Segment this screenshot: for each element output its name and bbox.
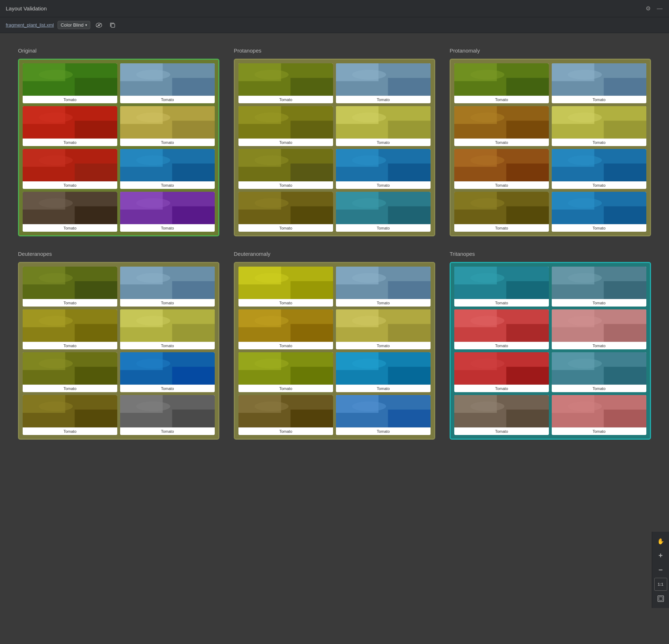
image-label: Tomato bbox=[23, 427, 117, 435]
image-thumbnail bbox=[552, 395, 646, 427]
svg-rect-142 bbox=[291, 324, 333, 342]
svg-point-63 bbox=[255, 198, 289, 208]
svg-point-35 bbox=[136, 198, 170, 208]
list-item[interactable]: Tomato bbox=[120, 106, 215, 146]
image-label: Tomato bbox=[238, 385, 333, 392]
svg-point-139 bbox=[352, 273, 386, 283]
list-item[interactable]: Tomato bbox=[552, 63, 646, 103]
card-container-deuteranopes: Tomato Tomato Tomato Tomato Tomato Tomat bbox=[18, 262, 219, 440]
list-item[interactable]: Tomato bbox=[120, 309, 215, 349]
list-item[interactable]: Tomato bbox=[336, 267, 431, 307]
image-label: Tomato bbox=[120, 299, 215, 307]
svg-point-87 bbox=[470, 155, 505, 165]
list-item[interactable]: Tomato bbox=[23, 192, 117, 232]
list-item[interactable]: Tomato bbox=[120, 352, 215, 392]
image-thumbnail bbox=[23, 149, 117, 181]
svg-point-71 bbox=[470, 70, 505, 80]
list-item[interactable]: Tomato bbox=[336, 192, 431, 232]
list-item[interactable]: Tomato bbox=[23, 63, 117, 103]
hand-tool-btn[interactable]: ✋ bbox=[654, 535, 667, 548]
svg-rect-86 bbox=[506, 164, 549, 182]
svg-point-191 bbox=[470, 402, 505, 411]
image-label: Tomato bbox=[120, 224, 215, 232]
svg-point-123 bbox=[136, 359, 170, 368]
settings-icon[interactable]: ⚙ bbox=[645, 5, 652, 12]
list-item[interactable]: Tomato bbox=[238, 106, 333, 146]
list-item[interactable]: Tomato bbox=[454, 352, 549, 392]
image-label: Tomato bbox=[454, 385, 549, 392]
svg-rect-186 bbox=[604, 367, 646, 385]
list-item[interactable]: Tomato bbox=[336, 309, 431, 349]
svg-point-19 bbox=[136, 113, 170, 122]
panel-original: Original Tomato Tomato Tomato Tomato Tom bbox=[18, 47, 219, 236]
list-item[interactable]: Tomato bbox=[120, 267, 215, 307]
svg-point-131 bbox=[136, 402, 170, 411]
one-to-one-btn[interactable]: 1:1 bbox=[654, 578, 667, 591]
list-item[interactable]: Tomato bbox=[552, 395, 646, 435]
image-label: Tomato bbox=[238, 342, 333, 349]
list-item[interactable]: Tomato bbox=[454, 149, 549, 189]
list-item[interactable]: Tomato bbox=[23, 267, 117, 307]
svg-rect-130 bbox=[172, 410, 215, 428]
list-item[interactable]: Tomato bbox=[238, 352, 333, 392]
svg-rect-106 bbox=[172, 281, 215, 299]
list-item[interactable]: Tomato bbox=[454, 267, 549, 307]
list-item[interactable]: Tomato bbox=[454, 309, 549, 349]
list-item[interactable]: Tomato bbox=[120, 149, 215, 189]
card-container-protanopes: Tomato Tomato Tomato Tomato Tomato Tomat bbox=[234, 59, 435, 236]
svg-point-119 bbox=[39, 359, 73, 368]
image-thumbnail bbox=[552, 309, 646, 342]
svg-point-143 bbox=[255, 316, 289, 326]
list-item[interactable]: Tomato bbox=[552, 352, 646, 392]
list-item[interactable]: Tomato bbox=[552, 106, 646, 146]
list-item[interactable]: Tomato bbox=[454, 395, 549, 435]
image-thumbnail bbox=[552, 149, 646, 181]
mode-dropdown[interactable]: Color Blind ▾ bbox=[58, 21, 91, 29]
list-item[interactable]: Tomato bbox=[238, 149, 333, 189]
list-item[interactable]: Tomato bbox=[238, 395, 333, 435]
list-item[interactable]: Tomato bbox=[336, 149, 431, 189]
list-item[interactable]: Tomato bbox=[552, 192, 646, 232]
image-thumbnail bbox=[336, 149, 431, 181]
list-item[interactable]: Tomato bbox=[23, 352, 117, 392]
list-item[interactable]: Tomato bbox=[23, 149, 117, 189]
list-item[interactable]: Tomato bbox=[336, 63, 431, 103]
image-label: Tomato bbox=[552, 139, 646, 146]
eye-icon-btn[interactable] bbox=[94, 20, 104, 30]
fit-screen-btn[interactable] bbox=[654, 592, 667, 605]
minimize-icon[interactable]: — bbox=[656, 5, 663, 12]
list-item[interactable]: Tomato bbox=[120, 192, 215, 232]
list-item[interactable]: Tomato bbox=[238, 63, 333, 103]
list-item[interactable]: Tomato bbox=[336, 395, 431, 435]
list-item[interactable]: Tomato bbox=[336, 106, 431, 146]
list-item[interactable]: Tomato bbox=[454, 106, 549, 146]
svg-rect-38 bbox=[291, 78, 333, 96]
zoom-out-btn[interactable]: − bbox=[654, 563, 667, 576]
svg-rect-126 bbox=[75, 410, 117, 428]
zoom-in-btn[interactable]: + bbox=[654, 549, 667, 562]
filename-label[interactable]: fragment_plant_list.xml bbox=[6, 22, 54, 28]
list-item[interactable]: Tomato bbox=[552, 309, 646, 349]
list-item[interactable]: Tomato bbox=[336, 352, 431, 392]
list-item[interactable]: Tomato bbox=[120, 63, 215, 103]
list-item[interactable]: Tomato bbox=[552, 149, 646, 189]
list-item[interactable]: Tomato bbox=[23, 395, 117, 435]
image-label: Tomato bbox=[238, 96, 333, 103]
list-item[interactable]: Tomato bbox=[238, 192, 333, 232]
list-item[interactable]: Tomato bbox=[238, 309, 333, 349]
svg-point-15 bbox=[39, 113, 73, 122]
list-item[interactable]: Tomato bbox=[120, 395, 215, 435]
list-item[interactable]: Tomato bbox=[23, 309, 117, 349]
list-item[interactable]: Tomato bbox=[454, 63, 549, 103]
image-thumbnail bbox=[552, 106, 646, 139]
list-item[interactable]: Tomato bbox=[552, 267, 646, 307]
image-label: Tomato bbox=[120, 342, 215, 349]
svg-rect-190 bbox=[506, 410, 549, 428]
svg-rect-162 bbox=[388, 410, 431, 428]
image-thumbnail bbox=[238, 309, 333, 342]
copy-icon-btn[interactable] bbox=[108, 20, 118, 30]
list-item[interactable]: Tomato bbox=[23, 106, 117, 146]
list-item[interactable]: Tomato bbox=[238, 267, 333, 307]
svg-point-55 bbox=[255, 155, 289, 165]
list-item[interactable]: Tomato bbox=[454, 192, 549, 232]
